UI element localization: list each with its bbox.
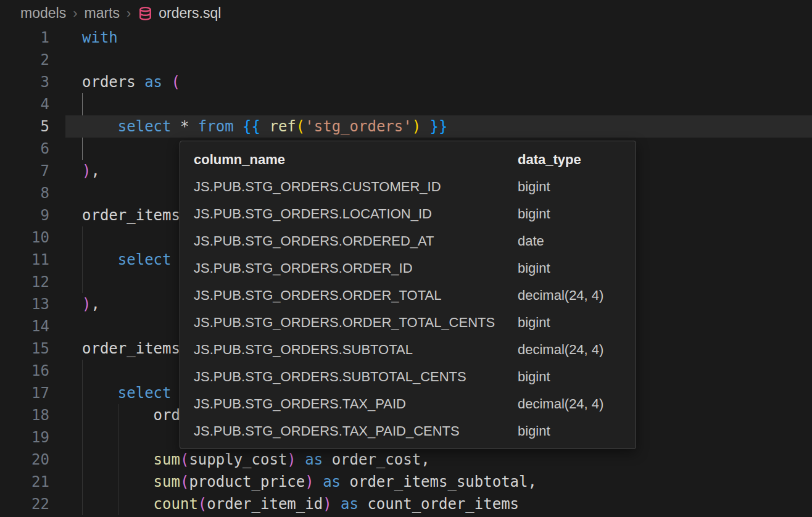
code-token xyxy=(189,118,197,135)
data-type-cell: decimal(24, 4) xyxy=(518,287,636,304)
code-token xyxy=(358,495,367,513)
line-number: 15 xyxy=(0,337,49,360)
column-name-cell: JS.PUB.STG_ORDERS.CUSTOMER_ID xyxy=(194,179,518,195)
database-icon xyxy=(138,6,153,21)
breadcrumb: models › marts › orders.sql xyxy=(0,0,812,27)
line-number: 4 xyxy=(0,93,49,115)
data-type-cell: date xyxy=(518,233,636,249)
breadcrumb-file[interactable]: orders.sql xyxy=(159,5,221,22)
code-token: as xyxy=(144,73,162,91)
code-token: order_items xyxy=(82,340,180,357)
code-line-content: sum(supply_cost) as order_cost, xyxy=(82,449,812,471)
line-number: 20 xyxy=(0,449,49,471)
code-token: as xyxy=(341,495,358,513)
code-token xyxy=(341,473,349,490)
line-number: 14 xyxy=(0,315,49,337)
code-token: select xyxy=(118,251,172,268)
code-line-2[interactable]: 2 xyxy=(0,49,812,71)
breadcrumb-item-marts[interactable]: marts xyxy=(84,5,120,22)
line-number: 10 xyxy=(0,226,49,249)
code-token: ( xyxy=(180,451,189,468)
column-name-cell: JS.PUB.STG_ORDERS.ORDER_ID xyxy=(194,260,518,276)
column-row: JS.PUB.STG_ORDERS.SUBTOTALdecimal(24, 4) xyxy=(194,336,636,363)
code-token: * xyxy=(180,118,189,135)
data-type-cell: bigint xyxy=(518,179,636,195)
column-name-cell: JS.PUB.STG_ORDERS.TAX_PAID xyxy=(194,396,518,412)
code-token xyxy=(172,118,180,135)
code-line-20[interactable]: 20 sum(supply_cost) as order_cost, xyxy=(0,449,812,471)
code-token xyxy=(82,384,118,402)
code-line-22[interactable]: 22 count(order_item_id) as count_order_i… xyxy=(0,493,812,515)
code-token: as xyxy=(305,451,323,468)
code-token: ) xyxy=(287,451,296,468)
column-row: JS.PUB.STG_ORDERS.LOCATION_IDbigint xyxy=(194,201,636,228)
column-name-cell: JS.PUB.STG_ORDERS.ORDERED_AT xyxy=(194,233,518,249)
column-name-cell: JS.PUB.STG_ORDERS.TAX_PAID_CENTS xyxy=(194,423,518,439)
line-number: 7 xyxy=(0,160,49,182)
code-token xyxy=(314,473,323,490)
tooltip-header-row: column_name data_type xyxy=(194,146,636,173)
code-token: orders xyxy=(82,73,144,91)
code-token: select xyxy=(118,384,172,402)
tooltip-header-column-name: column_name xyxy=(194,152,518,168)
code-line-3[interactable]: 3orders as ( xyxy=(0,71,812,93)
code-line-content: orders as ( xyxy=(82,71,812,93)
column-name-cell: JS.PUB.STG_ORDERS.ORDER_TOTAL xyxy=(194,287,518,304)
code-token xyxy=(332,495,341,513)
column-row: JS.PUB.STG_ORDERS.ORDERED_ATdate xyxy=(194,228,636,255)
indent-guide xyxy=(82,382,83,404)
indent-guide xyxy=(82,493,83,515)
indent-guide xyxy=(82,226,83,249)
code-token xyxy=(260,118,269,135)
code-line-4[interactable]: 4 xyxy=(0,93,812,115)
column-name-cell: JS.PUB.STG_ORDERS.SUBTOTAL xyxy=(194,342,518,358)
code-token: as xyxy=(323,473,341,490)
code-token: order_items xyxy=(82,207,180,224)
indent-guide xyxy=(82,360,83,382)
code-line-21[interactable]: 21 sum(product_price) as order_items_sub… xyxy=(0,471,812,493)
indent-guide xyxy=(82,271,83,293)
code-token xyxy=(323,451,331,468)
column-name-cell: JS.PUB.STG_ORDERS.LOCATION_ID xyxy=(194,206,518,222)
code-token: count xyxy=(154,495,198,513)
code-token: ) xyxy=(305,473,313,490)
code-token: order_cost xyxy=(332,451,421,468)
line-number: 21 xyxy=(0,471,49,493)
code-token: , xyxy=(91,296,99,313)
line-number: 5 xyxy=(0,115,49,138)
code-token: ) xyxy=(82,296,91,313)
tooltip-rows: JS.PUB.STG_ORDERS.CUSTOMER_IDbigintJS.PU… xyxy=(194,173,636,445)
line-number: 22 xyxy=(0,493,49,515)
code-token xyxy=(234,118,242,135)
code-token: , xyxy=(91,162,99,180)
column-info-tooltip: column_name data_type JS.PUB.STG_ORDERS.… xyxy=(180,141,636,449)
data-type-cell: bigint xyxy=(518,260,636,276)
data-type-cell: bigint xyxy=(518,369,636,385)
line-number: 2 xyxy=(0,49,49,71)
code-token: sum xyxy=(154,473,180,490)
code-line-5[interactable]: 5 select * from {{ ref('stg_orders') }} xyxy=(0,115,812,138)
code-token: ) xyxy=(412,118,421,135)
code-token: ) xyxy=(82,162,91,180)
code-token: ref xyxy=(269,118,296,135)
breadcrumb-separator: › xyxy=(126,6,131,22)
code-line-content: count(order_item_id) as count_order_item… xyxy=(82,493,812,515)
code-token: order_items_subtotal xyxy=(350,473,528,490)
code-token: from xyxy=(198,118,234,135)
code-line-1[interactable]: 1with xyxy=(0,27,812,49)
tooltip-header-data-type: data_type xyxy=(518,152,636,168)
column-row: JS.PUB.STG_ORDERS.ORDER_IDbigint xyxy=(194,255,636,282)
indent-guide xyxy=(118,493,118,515)
line-number: 8 xyxy=(0,182,49,204)
line-number: 12 xyxy=(0,271,49,293)
indent-guide xyxy=(82,471,83,493)
code-line-content: with xyxy=(82,27,812,49)
code-token xyxy=(162,73,171,91)
line-number: 11 xyxy=(0,249,49,271)
line-number: 1 xyxy=(0,27,49,49)
data-type-cell: bigint xyxy=(518,206,636,222)
code-line-content xyxy=(82,49,812,71)
data-type-cell: decimal(24, 4) xyxy=(518,396,636,412)
breadcrumb-item-models[interactable]: models xyxy=(20,5,66,22)
code-token: , xyxy=(528,473,537,490)
